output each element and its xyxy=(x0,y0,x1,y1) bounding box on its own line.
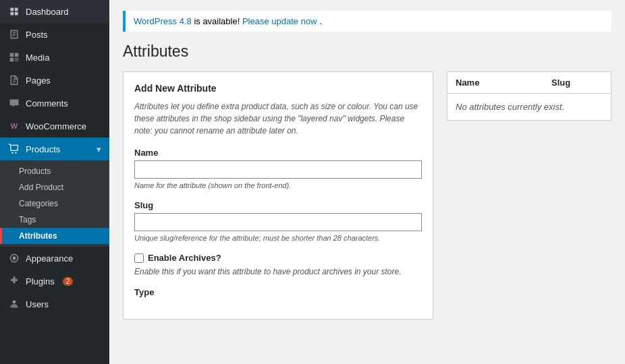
sidebar-item-appearance[interactable]: Appearance xyxy=(0,247,109,270)
sidebar-item-appearance-label: Appearance xyxy=(26,253,73,264)
svg-rect-0 xyxy=(10,53,14,57)
update-notice: WordPress 4.8 is available! Please updat… xyxy=(123,11,612,32)
svg-point-7 xyxy=(13,300,16,303)
submenu-item-categories[interactable]: Categories xyxy=(0,195,109,212)
main-content: WordPress 4.8 is available! Please updat… xyxy=(109,0,625,364)
appearance-icon xyxy=(8,252,20,264)
submenu-item-products[interactable]: Products xyxy=(0,163,109,179)
sidebar-item-dashboard-label: Dashboard xyxy=(26,7,69,17)
type-label: Type xyxy=(134,287,422,297)
svg-rect-2 xyxy=(10,58,14,62)
type-field: Type xyxy=(134,287,422,297)
slug-input[interactable] xyxy=(134,213,422,231)
sidebar-item-products-label: Products xyxy=(26,144,60,154)
dashboard-icon xyxy=(8,5,20,18)
sidebar-item-dashboard[interactable]: Dashboard xyxy=(0,0,109,23)
content-layout: Add New Attribute Attributes let you def… xyxy=(123,71,612,320)
posts-icon xyxy=(8,28,20,40)
woocommerce-icon: W xyxy=(8,120,20,132)
notice-text-middle: is available! xyxy=(194,16,242,26)
products-icon xyxy=(8,143,20,155)
sidebar-item-pages[interactable]: Pages xyxy=(0,69,109,92)
sidebar-item-plugins[interactable]: Plugins 2 xyxy=(0,270,109,293)
table-col-name: Name xyxy=(447,72,543,93)
submenu-item-attributes[interactable]: Attributes xyxy=(0,228,109,244)
enable-archives-hint: Enable this if you want this attribute t… xyxy=(134,267,422,276)
sidebar: Dashboard Posts Media Pages Comments W W… xyxy=(0,0,109,364)
add-attribute-form: Add New Attribute Attributes let you def… xyxy=(123,71,433,320)
media-icon xyxy=(8,51,20,63)
table-header: Name Slug xyxy=(447,72,611,94)
comments-icon xyxy=(8,97,20,109)
svg-point-5 xyxy=(15,152,16,153)
table-empty-message: No attributes currently exist. xyxy=(447,94,611,120)
sidebar-item-woocommerce[interactable]: W WooCommerce xyxy=(0,115,109,138)
table-col-slug: Slug xyxy=(543,72,611,93)
name-field: Name Name for the attribute (shown on th… xyxy=(134,148,422,189)
products-submenu: Products Add Product Categories Tags Att… xyxy=(0,160,109,247)
sidebar-item-posts-label: Posts xyxy=(26,30,48,40)
sidebar-item-media-label: Media xyxy=(26,53,49,63)
name-hint: Name for the attribute (shown on the fro… xyxy=(134,181,422,189)
sidebar-item-comments-label: Comments xyxy=(26,98,68,109)
plugins-icon xyxy=(8,275,20,287)
attributes-table: Name Slug No attributes currently exist. xyxy=(447,71,612,121)
svg-rect-3 xyxy=(15,58,19,62)
submenu-item-add-product[interactable]: Add Product xyxy=(0,179,109,195)
slug-hint: Unique slug/reference for the attribute;… xyxy=(134,234,422,242)
svg-point-6 xyxy=(13,257,16,260)
enable-archives-row: Enable Archives? xyxy=(134,253,422,263)
sidebar-item-comments[interactable]: Comments xyxy=(0,92,109,115)
slug-field: Slug Unique slug/reference for the attri… xyxy=(134,200,422,242)
pages-icon xyxy=(8,74,20,86)
plugins-badge: 2 xyxy=(63,277,74,286)
svg-rect-1 xyxy=(15,53,19,57)
submenu-item-tags[interactable]: Tags xyxy=(0,212,109,228)
sidebar-item-users-label: Users xyxy=(26,299,49,309)
page-title: Attributes xyxy=(123,42,612,61)
sidebar-item-plugins-label: Plugins xyxy=(26,276,55,286)
sidebar-item-products[interactable]: Products ▾ xyxy=(0,138,109,160)
sidebar-item-users[interactable]: Users xyxy=(0,293,109,315)
enable-archives-label[interactable]: Enable Archives? xyxy=(148,253,221,263)
sidebar-item-posts[interactable]: Posts xyxy=(0,23,109,46)
sidebar-item-media[interactable]: Media xyxy=(0,46,109,69)
notice-text-after: . xyxy=(319,16,322,26)
name-label: Name xyxy=(134,148,422,158)
products-arrow-icon: ▾ xyxy=(97,144,101,154)
form-heading: Add New Attribute xyxy=(134,83,422,94)
svg-point-4 xyxy=(11,152,13,153)
slug-label: Slug xyxy=(134,200,422,210)
users-icon xyxy=(8,298,20,310)
enable-archives-checkbox[interactable] xyxy=(134,253,144,263)
name-input[interactable] xyxy=(134,160,422,179)
sidebar-item-pages-label: Pages xyxy=(26,75,51,86)
enable-archives-field: Enable Archives? Enable this if you want… xyxy=(134,253,422,276)
sidebar-item-woocommerce-label: WooCommerce xyxy=(26,121,86,131)
form-description: Attributes let you define extra product … xyxy=(134,100,422,137)
update-now-link[interactable]: Please update now xyxy=(242,16,317,26)
wordpress-version-link[interactable]: WordPress 4.8 xyxy=(134,16,192,26)
